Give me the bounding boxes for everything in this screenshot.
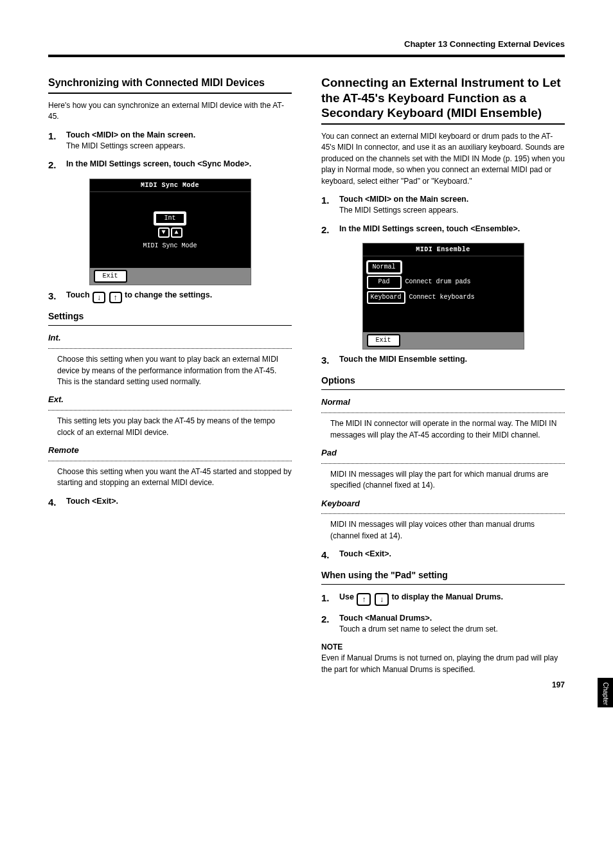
page-number: 197 — [552, 680, 565, 691]
step-lead: Touch the MIDI Ensemble setting. — [339, 353, 565, 365]
arrow-up-icon[interactable]: ▲ — [171, 227, 182, 238]
dotted-divider — [321, 412, 565, 413]
left-step-4: 4. Touch <Exit>. — [48, 495, 292, 509]
step-body-text: The MIDI Settings screen appears. — [66, 141, 292, 152]
left-step-2: 2. In the MIDI Settings screen, touch <S… — [48, 158, 292, 172]
lcd-option-keyboard-desc: Connect keyboards — [409, 293, 475, 303]
manual-page: Chapter 13 Connecting External Devices S… — [0, 0, 613, 707]
step-lead: Touch ↓ ↑ to change the settings. — [66, 289, 292, 303]
lcd-screen-sync-mode: MIDI Sync Mode Int ▼ ▲ MIDI Sync Mode Ex… — [89, 179, 251, 285]
sub-divider — [321, 584, 565, 585]
setting-int-body: Choose this setting when you want to pla… — [48, 354, 292, 387]
option-normal-body: The MIDI IN connector will operate in th… — [321, 418, 565, 441]
dotted-divider — [321, 463, 565, 464]
arrow-down-key-icon: ↓ — [93, 292, 105, 303]
step-number: 1. — [321, 591, 333, 606]
lcd-option-pad-desc: Connect drum pads — [405, 278, 471, 287]
settings-divider — [48, 325, 292, 326]
option-normal-label: Normal — [321, 396, 565, 409]
step-body-text: The MIDI Settings screen appears. — [339, 205, 565, 216]
step-number: 2. — [321, 612, 333, 635]
step-number: 4. — [321, 548, 333, 562]
lcd-option-normal-row: Normal — [367, 261, 520, 274]
step-number: 4. — [48, 495, 60, 509]
lcd-exit-button[interactable]: Exit — [94, 270, 127, 283]
step-number: 2. — [48, 158, 60, 172]
option-pad-body: MIDI IN messages will play the part for … — [321, 469, 565, 492]
step-lead: Use ↑ ↓ to display the Manual Drums. — [339, 591, 565, 606]
right-intro: You can connect an external MIDI keyboar… — [321, 131, 565, 187]
note-body: Even if Manual Drums is not turned on, p… — [321, 653, 565, 675]
step-lead-suffix: to change the settings. — [125, 290, 212, 299]
side-tab: Chapter 13 — [598, 678, 613, 707]
step-number: 3. — [48, 289, 60, 303]
lcd-value-box[interactable]: Int — [154, 211, 186, 226]
step-body-text: Touch a drum set name to select the drum… — [339, 624, 565, 635]
step-lead: In the MIDI Settings screen, touch <Ense… — [339, 223, 565, 235]
two-column-layout: Synchronizing with Connected MIDI Device… — [48, 75, 565, 682]
left-step-3: 3. Touch ↓ ↑ to change the settings. — [48, 289, 292, 303]
option-keyboard-label: Keyboard — [321, 498, 565, 510]
step-lead-prefix: Touch — [66, 290, 92, 299]
arrow-up-key-icon: ↑ — [109, 292, 122, 303]
step-number: 2. — [321, 223, 333, 237]
lcd-arrow-row: ▼ ▲ — [158, 227, 182, 238]
lcd-body: Int ▼ ▲ MIDI Sync Mode — [90, 192, 251, 268]
step-lead-prefix: Use — [339, 592, 356, 601]
pad-step-1: 1. Use ↑ ↓ to display the Manual Drums. — [321, 591, 565, 606]
step-lead: Touch <MIDI> on the Main screen. — [66, 129, 292, 141]
right-step-4: 4. Touch <Exit>. — [321, 548, 565, 562]
pad-subheading: When using the "Pad" setting — [321, 569, 565, 581]
right-section-title: Connecting an External Instrument to Let… — [321, 75, 565, 121]
lcd-option-keyboard-row: Keyboard Connect keyboards — [367, 291, 520, 305]
lcd-exit-button[interactable]: Exit — [367, 334, 400, 348]
setting-int-label: Int. — [48, 332, 292, 344]
lcd-footer: Exit — [90, 268, 251, 285]
step-number: 1. — [48, 129, 60, 152]
lcd-screen-ensemble: MIDI Ensemble Normal Pad Connect drum pa… — [362, 243, 524, 350]
arrow-up-key-icon: ↑ — [357, 593, 371, 606]
left-column: Synchronizing with Connected MIDI Device… — [48, 75, 292, 682]
right-step-2: 2. In the MIDI Settings screen, touch <E… — [321, 223, 565, 237]
setting-ext-body: This setting lets you play back the AT-4… — [48, 416, 292, 438]
chapter-divider — [48, 55, 565, 57]
right-step-3: 3. Touch the MIDI Ensemble setting. — [321, 353, 565, 368]
lcd-caption: MIDI Sync Mode — [143, 242, 197, 251]
left-intro: Here's how you can synchronize an extern… — [48, 100, 292, 123]
step-lead: Touch <Exit>. — [66, 495, 292, 507]
lcd-option-keyboard[interactable]: Keyboard — [367, 291, 405, 305]
option-pad-label: Pad — [321, 447, 565, 459]
setting-ext-label: Ext. — [48, 394, 292, 406]
settings-heading: Settings — [48, 310, 292, 323]
setting-remote-body: Choose this setting when you want the AT… — [48, 466, 292, 489]
lcd-center: Int ▼ ▲ MIDI Sync Mode — [95, 196, 245, 251]
chapter-title: Chapter 13 Connecting External Devices — [48, 39, 565, 51]
dotted-divider — [48, 461, 292, 461]
lcd-body: Normal Pad Connect drum pads Keyboard Co… — [363, 256, 524, 332]
arrow-down-icon[interactable]: ▼ — [158, 227, 170, 238]
options-heading: Options — [321, 374, 565, 387]
dotted-divider — [321, 513, 565, 514]
step-lead: Touch <MIDI> on the Main screen. — [339, 193, 565, 205]
step-lead: Touch <Manual Drums>. — [339, 612, 565, 624]
lcd-option-pad-row: Pad Connect drum pads — [367, 276, 520, 289]
section-divider — [48, 93, 292, 94]
step-number: 3. — [321, 353, 333, 368]
step-lead-suffix: to display the Manual Drums. — [391, 592, 503, 601]
dotted-divider — [48, 410, 292, 411]
section-divider — [321, 123, 565, 125]
step-lead: Touch <Exit>. — [339, 548, 565, 560]
lcd-footer: Exit — [363, 332, 524, 350]
left-section-title: Synchronizing with Connected MIDI Device… — [48, 75, 292, 90]
option-keyboard-body: MIDI IN messages will play voices other … — [321, 519, 565, 542]
options-divider — [321, 389, 565, 390]
lcd-option-pad[interactable]: Pad — [367, 276, 402, 289]
dotted-divider — [48, 348, 292, 349]
right-column: Connecting an External Instrument to Let… — [321, 75, 565, 682]
step-lead: In the MIDI Settings screen, touch <Sync… — [66, 158, 292, 170]
lcd-option-normal[interactable]: Normal — [367, 261, 402, 274]
step-number: 1. — [321, 193, 333, 217]
lcd-title: MIDI Sync Mode — [90, 179, 251, 192]
left-step-1: 1. Touch <MIDI> on the Main screen. The … — [48, 129, 292, 152]
setting-remote-label: Remote — [48, 445, 292, 457]
